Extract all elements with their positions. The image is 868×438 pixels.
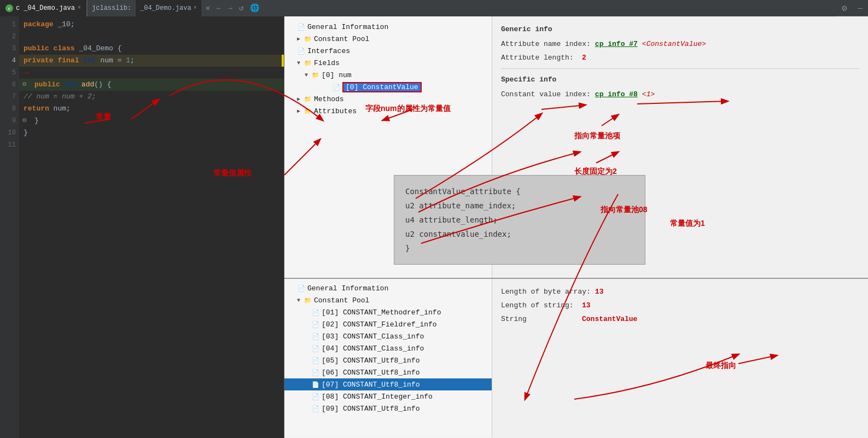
specific-info-title: Specific info	[501, 75, 859, 84]
jclasslib-panel: 📄 General Information ▶ 📁 Constant Pool …	[284, 16, 868, 438]
back-nav-btn[interactable]: ←	[214, 3, 223, 14]
generic-info-title: Generic info	[501, 25, 859, 33]
bottom-tree-03[interactable]: 📄 [03] CONSTANT_Class_info	[284, 330, 492, 342]
editor-tab[interactable]: c c _04_Demo.java ×	[0, 0, 87, 16]
forward-nav-btn[interactable]: →	[226, 3, 235, 14]
refresh-nav-btn[interactable]: ↺	[237, 2, 246, 14]
tree-fields-0-num[interactable]: ▼ 📁 [0] num	[284, 69, 492, 81]
tree-interfaces[interactable]: 📄 Interfaces	[284, 45, 492, 57]
tree-label: General Information	[307, 284, 388, 293]
tree-label: Constant Pool	[314, 35, 369, 43]
bottom-tree-general[interactable]: 📄 General Information	[284, 282, 492, 294]
line-numbers: 1 2 3 4 5 6 7 8 9 10 11	[0, 16, 19, 438]
minimize-icon[interactable]: —	[853, 4, 868, 13]
length-str-label: Length of string:	[501, 301, 578, 309]
java-file-icon: c	[5, 4, 13, 12]
tree-label: Fields	[314, 59, 340, 67]
string-label: String	[501, 315, 578, 323]
tree-constant-pool[interactable]: ▶ 📁 Constant Pool	[284, 33, 492, 45]
bottom-tree-constant-pool[interactable]: ▼ 📁 Constant Pool	[284, 294, 492, 306]
info-separator	[501, 68, 859, 69]
code-block-overlay: ConstantValue_attribute { u2 attribute_n…	[394, 175, 645, 265]
code-line-4: private final int num = 1;	[19, 55, 284, 67]
tree-label: [04] CONSTANT_Class_info	[322, 344, 424, 353]
tree-label: Constant Pool	[314, 296, 369, 305]
toggle-icon: ▶	[295, 96, 302, 102]
line-num-1: 1	[0, 19, 19, 31]
tree-label: [0] ConstantValue	[342, 82, 422, 92]
jclasslib-tab-close[interactable]: ×	[194, 5, 197, 11]
tree-label: Methods	[314, 95, 344, 103]
cb-closing: }	[405, 241, 634, 255]
attr-length-row: Attribute length: 2	[501, 54, 859, 62]
jclasslib-tab[interactable]: _04_Demo.java ×	[136, 0, 201, 16]
tree-label: [09] CONSTANT_Utf8_info	[322, 405, 420, 413]
code-line-7: // num = num + 2;	[19, 91, 284, 103]
tree-label: Attributes	[314, 107, 357, 115]
tree-label: [01] CONSTANT_Methodref_info	[322, 308, 441, 317]
line-num-7: 7	[0, 91, 19, 103]
toggle-icon: ▼	[303, 72, 310, 78]
doc-icon: 📄	[312, 381, 319, 388]
editor-panel: 1 2 3 4 5 6 7 8 9 10 11 package _10; pub…	[0, 16, 284, 438]
line-num-8: 8	[0, 103, 19, 115]
editor-tab-close[interactable]: ×	[78, 5, 81, 11]
attr-length-value: 2	[582, 54, 586, 62]
bottom-tree-05[interactable]: 📄 [05] CONSTANT_Utf8_info	[284, 354, 492, 366]
tree-attributes[interactable]: ▶ 📁 Attributes	[284, 105, 492, 117]
folder-icon: 📁	[304, 108, 312, 115]
main-layout: 1 2 3 4 5 6 7 8 9 10 11 package _10; pub…	[0, 16, 868, 438]
length-byte-label: Length of byte array:	[501, 288, 591, 296]
length-str-value: 13	[582, 301, 591, 309]
folder-icon: 📁	[312, 72, 319, 79]
bottom-tree-04[interactable]: 📄 [04] CONSTANT_Class_info	[284, 342, 492, 354]
tree-label: [07] CONSTANT_Utf8_info	[322, 381, 420, 389]
bottom-info-panel: Length of byte array: 13 Length of strin…	[492, 279, 868, 437]
doc-icon: 📄	[298, 24, 305, 31]
browser-nav-btn[interactable]: 🌐	[248, 2, 261, 14]
const-value-value[interactable]: cp_info #8	[595, 90, 638, 98]
jclasslib-content: 📄 General Information ▶ 📁 Constant Pool …	[284, 16, 868, 438]
folder-icon: 📁	[304, 96, 312, 103]
tree-constant-value-selected[interactable]: 📄 [0] ConstantValue	[284, 81, 492, 93]
bottom-tree-02[interactable]: 📄 [02] CONSTANT_Fieldref_info	[284, 318, 492, 330]
code-area[interactable]: package _10; public class _04_Demo { pri…	[19, 16, 284, 153]
line-num-5: 5	[0, 67, 19, 79]
tree-label: [06] CONSTANT_Utf8_info	[322, 369, 420, 377]
tree-label: [02] CONSTANT_Fieldref_info	[322, 320, 437, 329]
bottom-tree-06[interactable]: 📄 [06] CONSTANT_Utf8_info	[284, 366, 492, 378]
length-byte-row: Length of byte array: 13	[501, 288, 859, 296]
doc-icon: 📄	[312, 309, 319, 316]
tree-label: [03] CONSTANT_Class_info	[322, 332, 424, 341]
tree-label: General Information	[307, 23, 388, 31]
tree-label: Interfaces	[307, 47, 350, 55]
doc-icon: 📄	[333, 84, 340, 91]
length-byte-value: 13	[595, 288, 604, 296]
code-line-3: public class _04_Demo {	[19, 43, 284, 55]
attr-name-row: Attribute name index: cp_info #7 <Consta…	[501, 40, 859, 48]
bottom-tree-09[interactable]: 📄 [09] CONSTANT_Utf8_info	[284, 402, 492, 414]
code-line-9: ⊖ }	[19, 115, 284, 127]
attr-length-label: Attribute length:	[501, 54, 578, 62]
jclasslib-tab-label: _04_Demo.java	[140, 4, 191, 12]
bottom-tree-07-selected[interactable]: 📄 [07] CONSTANT_Utf8_info	[284, 378, 492, 390]
cb-title: ConstantValue_attribute {	[405, 184, 634, 198]
bottom-tree-08[interactable]: 📄 [08] CONSTANT_Integer_info	[284, 390, 492, 402]
toggle-icon: ▼	[295, 60, 302, 66]
settings-icon[interactable]: ⚙	[836, 3, 853, 14]
bottom-tree-01[interactable]: 📄 [01] CONSTANT_Methodref_info	[284, 306, 492, 318]
close-nav-btn[interactable]: ✕	[203, 2, 212, 14]
line-num-9: 9	[0, 115, 19, 127]
attr-name-value[interactable]: cp_info #7	[595, 40, 638, 48]
tree-fields[interactable]: ▼ 📁 Fields	[284, 57, 492, 69]
tree-methods[interactable]: ▶ 📁 Methods	[284, 93, 492, 105]
cb-line3: u2 constantvalue_index;	[405, 227, 634, 241]
line-num-6: 6	[0, 79, 19, 91]
doc-icon: 📄	[312, 321, 319, 328]
line-num-3: 3	[0, 43, 19, 55]
const-value-label: Constant value index:	[501, 90, 591, 98]
tree-general-info[interactable]: 📄 General Information	[284, 21, 492, 33]
attr-name-detail: <ConstantValue>	[642, 40, 706, 48]
code-line-10: }	[19, 127, 284, 139]
tree-label: [05] CONSTANT_Utf8_info	[322, 357, 420, 365]
